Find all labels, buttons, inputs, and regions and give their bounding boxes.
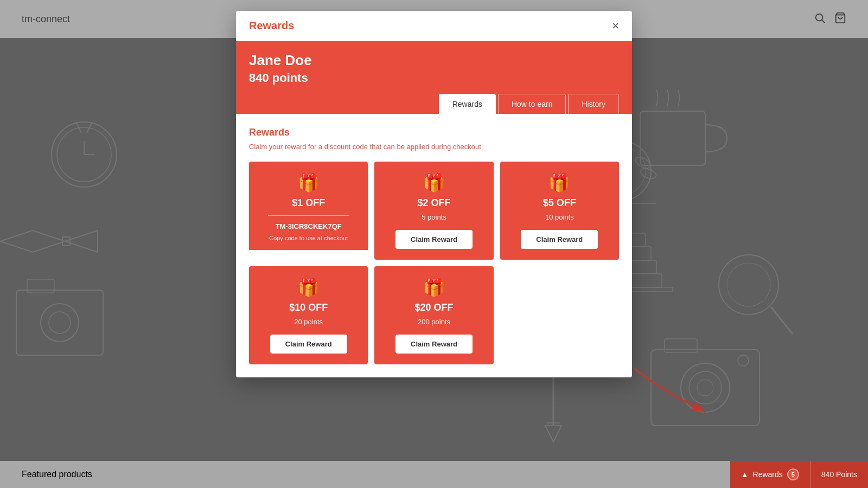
reward-card-3: 🎁 $5 OFF 10 points Claim Reward xyxy=(500,162,619,260)
reward-amount-1: $1 OFF xyxy=(292,197,325,209)
rewards-badge: 5 xyxy=(787,468,799,480)
reward-card-5: 🎁 $20 OFF 200 points Claim Reward xyxy=(374,266,493,364)
tab-rewards[interactable]: Rewards xyxy=(439,94,496,114)
reward-card-red-5: 🎁 $20 OFF 200 points Claim Reward xyxy=(374,266,493,364)
modal-title: Rewards xyxy=(249,20,294,32)
reward-amount-2: $2 OFF xyxy=(417,197,450,209)
points-bar-button[interactable]: 840 Points xyxy=(810,461,868,488)
reward-code-1[interactable]: TM-3ICR8CKEK7QF xyxy=(276,222,342,230)
reward-card-2: 🎁 $2 OFF 5 points Claim Reward xyxy=(374,162,493,260)
gift-icon-3: 🎁 xyxy=(548,172,570,193)
modal-close-button[interactable]: × xyxy=(612,20,619,32)
claim-button-3[interactable]: Claim Reward xyxy=(521,230,598,249)
rewards-grid: 🎁 $1 OFF TM-3ICR8CKEK7QF Copy code to us… xyxy=(249,162,619,364)
tab-history[interactable]: History xyxy=(568,94,619,114)
reward-card-red-4: 🎁 $10 OFF 20 points Claim Reward xyxy=(249,266,368,364)
reward-code-hint-1: Copy code to use at checkout xyxy=(269,235,348,241)
user-points: 840 points xyxy=(249,71,619,85)
rewards-bar-button[interactable]: ▲ Rewards 5 xyxy=(730,461,810,488)
rewards-modal: Rewards × Jane Doe 840 points Rewards Ho… xyxy=(236,11,632,377)
tab-how-to-earn[interactable]: How to earn xyxy=(498,94,566,114)
modal-header: Rewards × xyxy=(236,11,632,41)
section-title: Rewards xyxy=(249,127,619,138)
reward-points-2: 5 points xyxy=(422,213,446,221)
claim-button-4[interactable]: Claim Reward xyxy=(270,335,347,354)
reward-amount-5: $20 OFF xyxy=(414,302,453,313)
gift-icon-2: 🎁 xyxy=(423,172,445,193)
reward-card-4: 🎁 $10 OFF 20 points Claim Reward xyxy=(249,266,368,364)
claim-button-5[interactable]: Claim Reward xyxy=(395,335,473,354)
reward-points-3: 10 points xyxy=(545,213,574,221)
chevron-up-icon: ▲ xyxy=(741,470,749,479)
modal-body: Rewards Claim your reward for a discount… xyxy=(236,114,632,377)
tabs-row: Rewards How to earn History xyxy=(249,94,619,114)
reward-card-red-2: 🎁 $2 OFF 5 points Claim Reward xyxy=(374,162,493,260)
reward-card-1: 🎁 $1 OFF TM-3ICR8CKEK7QF Copy code to us… xyxy=(249,162,368,260)
reward-card-red-3: 🎁 $5 OFF 10 points Claim Reward xyxy=(500,162,619,260)
gift-icon-1: 🎁 xyxy=(298,172,320,193)
reward-amount-4: $10 OFF xyxy=(289,302,328,313)
bottom-bar: ▲ Rewards 5 840 Points xyxy=(730,461,868,488)
user-name: Jane Doe xyxy=(249,52,619,69)
reward-points-4: 20 points xyxy=(294,318,323,326)
user-banner: Jane Doe 840 points Rewards How to earn … xyxy=(236,41,632,114)
reward-amount-3: $5 OFF xyxy=(543,197,576,209)
gift-icon-4: 🎁 xyxy=(298,277,320,298)
section-subtitle: Claim your reward for a discount code th… xyxy=(249,143,619,151)
claim-button-2[interactable]: Claim Reward xyxy=(395,230,473,249)
rewards-bar-label: Rewards xyxy=(753,470,783,479)
reward-points-5: 200 points xyxy=(418,318,450,326)
reward-card-red-1: 🎁 $1 OFF TM-3ICR8CKEK7QF Copy code to us… xyxy=(249,162,368,250)
gift-icon-5: 🎁 xyxy=(423,277,445,298)
